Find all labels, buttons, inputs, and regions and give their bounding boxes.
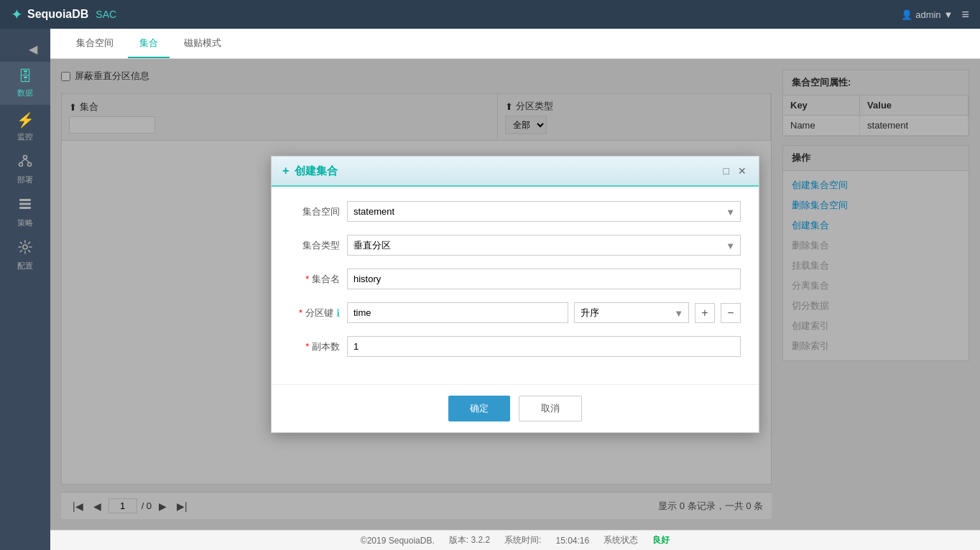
footer-time-label: 系统时间: xyxy=(504,534,541,546)
footer-time-value: 15:04:16 xyxy=(555,536,589,546)
partition-key-input[interactable] xyxy=(347,302,568,323)
chevron-down-icon: ▼ xyxy=(944,9,953,20)
modal-title: 创建集合 xyxy=(295,164,338,178)
label-collection-type: 集合类型 xyxy=(290,239,340,252)
sidebar-item-config[interactable]: 配置 xyxy=(0,234,50,277)
user-icon: 👤 xyxy=(901,9,912,20)
collection-space-select[interactable]: statement xyxy=(347,201,741,222)
sidebar-item-data[interactable]: 🗄 数据 xyxy=(0,62,50,105)
header-right: 👤 admin ▼ ≡ xyxy=(901,7,969,22)
collapse-icon: ◀ xyxy=(29,42,37,56)
partition-key-row: 升序 降序 ▼ + − xyxy=(347,302,741,323)
partition-order-select[interactable]: 升序 降序 xyxy=(574,302,689,323)
footer-copyright: ©2019 SequoiaDB. xyxy=(361,536,435,546)
deploy-icon xyxy=(18,154,32,172)
svg-line-4 xyxy=(25,159,29,163)
tabs-bar: 集合空间 集合 磁贴模式 xyxy=(50,29,980,59)
sidebar-item-label-monitor: 监控 xyxy=(17,131,33,142)
modal-body: 集合空间 statement ▼ 集合类型 xyxy=(272,187,759,384)
data-icon: 🗄 xyxy=(18,68,32,85)
sidebar-item-label-deploy: 部署 xyxy=(17,174,33,185)
cancel-button[interactable]: 取消 xyxy=(519,396,582,421)
modal-plus-icon: + xyxy=(282,164,289,177)
sidebar-item-label-data: 数据 xyxy=(17,88,33,98)
modal-header-left: + 创建集合 xyxy=(282,164,338,178)
collection-type-select-wrap: 垂直分区 普通 范围分区 哈希分区 ▼ xyxy=(347,235,741,256)
sidebar-item-strategy[interactable]: 策略 xyxy=(0,191,50,234)
modal-controls: □ ✕ xyxy=(722,164,748,178)
footer-status-label: 系统状态 xyxy=(604,534,638,546)
tab-collection-space[interactable]: 集合空间 xyxy=(65,29,125,58)
app-layout: ◀ 🗄 数据 ⚡ 监控 部署 xyxy=(0,29,980,550)
sac-badge: SAC xyxy=(96,9,116,20)
modal-create-collection: + 创建集合 □ ✕ 集合空间 xyxy=(271,156,759,433)
collection-type-select[interactable]: 垂直分区 普通 范围分区 哈希分区 xyxy=(347,235,741,256)
collection-name-input[interactable] xyxy=(347,269,741,289)
modal-overlay: + 创建集合 □ ✕ 集合空间 xyxy=(50,59,980,530)
partition-key-add-btn[interactable]: + xyxy=(695,303,715,323)
confirm-button[interactable]: 确定 xyxy=(448,396,510,421)
partition-key-info-icon[interactable]: ℹ xyxy=(336,307,340,319)
label-partition-key: 分区键 ℹ xyxy=(290,307,340,320)
form-row-partition-key: 分区键 ℹ 升序 降序 ▼ xyxy=(290,302,741,323)
label-replica-count: 副本数 xyxy=(290,340,340,353)
modal-minimize-btn[interactable]: □ xyxy=(722,164,731,178)
partition-key-del-btn[interactable]: − xyxy=(721,303,741,323)
admin-label: admin xyxy=(915,9,940,20)
content-area: 屏蔽垂直分区信息 ⬆ 集合 xyxy=(50,59,980,530)
sidebar-item-deploy[interactable]: 部署 xyxy=(0,148,50,191)
hamburger-menu-icon[interactable]: ≡ xyxy=(961,7,969,22)
svg-rect-5 xyxy=(19,199,31,201)
footer: ©2019 SequoiaDB. 版本: 3.2.2 系统时间: 15:04:1… xyxy=(50,530,980,550)
tab-sticky-mode[interactable]: 磁贴模式 xyxy=(172,29,233,58)
header-left: ✦ SequoiaDB SAC xyxy=(11,6,116,23)
monitor-icon: ⚡ xyxy=(17,111,34,129)
svg-point-8 xyxy=(23,245,27,249)
svg-line-3 xyxy=(21,159,25,163)
modal-header: + 创建集合 □ ✕ xyxy=(272,157,759,187)
form-row-collection-type: 集合类型 垂直分区 普通 范围分区 哈希分区 ▼ xyxy=(290,235,741,256)
svg-point-2 xyxy=(28,163,32,167)
admin-button[interactable]: 👤 admin ▼ xyxy=(901,9,953,20)
form-row-collection-name: 集合名 xyxy=(290,269,741,289)
label-collection-name: 集合名 xyxy=(290,273,340,286)
collection-space-select-wrap: statement ▼ xyxy=(347,201,741,222)
tab-collection[interactable]: 集合 xyxy=(128,29,170,58)
form-row-collection-space: 集合空间 statement ▼ xyxy=(290,201,741,222)
replica-count-input[interactable] xyxy=(347,336,741,357)
sidebar-item-monitor[interactable]: ⚡ 监控 xyxy=(0,105,50,148)
label-collection-space: 集合空间 xyxy=(290,205,340,218)
footer-version: 版本: 3.2.2 xyxy=(449,534,490,546)
form-row-replica-count: 副本数 xyxy=(290,336,741,357)
sidebar-item-label-config: 配置 xyxy=(17,261,33,271)
modal-footer: 确定 取消 xyxy=(272,384,759,432)
sidebar-item-label-strategy: 策略 xyxy=(17,218,33,228)
header: ✦ SequoiaDB SAC 👤 admin ▼ ≡ xyxy=(0,0,980,29)
config-icon xyxy=(18,240,32,258)
sidebar: ◀ 🗄 数据 ⚡ 监控 部署 xyxy=(0,29,50,550)
svg-point-1 xyxy=(19,163,23,167)
svg-point-0 xyxy=(24,156,27,159)
main-content: 集合空间 集合 磁贴模式 屏蔽垂直分区信息 xyxy=(50,29,980,550)
modal-close-btn[interactable]: ✕ xyxy=(736,164,748,178)
sidebar-toggle[interactable]: ◀ xyxy=(0,36,50,62)
logo-text: SequoiaDB xyxy=(27,8,88,21)
logo-icon: ✦ xyxy=(11,6,23,23)
svg-rect-6 xyxy=(19,203,31,205)
svg-rect-7 xyxy=(19,207,31,209)
strategy-icon xyxy=(18,197,32,215)
partition-order-select-wrap: 升序 降序 ▼ xyxy=(574,302,689,323)
logo: ✦ SequoiaDB SAC xyxy=(11,6,116,23)
footer-status-value: 良好 xyxy=(652,534,670,546)
